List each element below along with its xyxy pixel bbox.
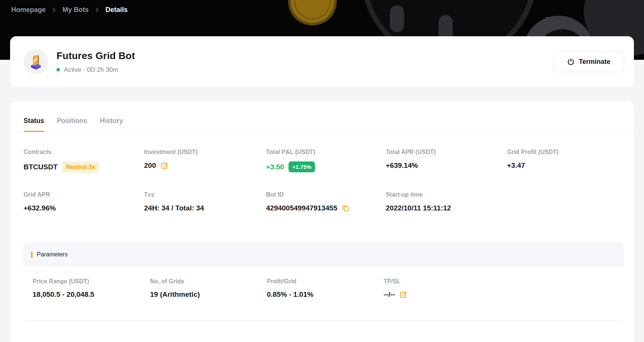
profit-grid-value: 0.85% - 1.01%: [267, 290, 314, 299]
stat-grid-profit: Grid Profit (USDT) +3.47: [507, 149, 620, 173]
bot-header-card: Futures Grid Bot Active - 0D 2h 30m Term…: [10, 36, 634, 87]
edit-icon: [161, 161, 169, 170]
parameters-body: Price Range (USDT) 18,050.5 - 20,048.5 N…: [23, 267, 624, 320]
param-no-of-grids: No. of Grids 19 (Arithmetic): [150, 278, 267, 299]
edit-investment-button[interactable]: [161, 161, 169, 170]
stat-grid-apr: Grid APR +632.96%: [24, 191, 144, 212]
stat-bot-id: Bot ID 429400549947913455: [266, 191, 386, 212]
edit-icon: [399, 290, 408, 299]
stat-label: Grid APR: [24, 191, 144, 198]
breadcrumb-homepage[interactable]: Homepage: [11, 6, 46, 14]
bot-details-card: Status Positions History Contracts BTCUS…: [10, 101, 634, 342]
param-price-range: Price Range (USDT) 18,050.5 - 20,048.5: [33, 278, 150, 299]
stat-label: Grid Profit (USDT): [507, 149, 620, 155]
terminate-label: Terminate: [579, 58, 611, 66]
stat-investment: Investment (USDT) 200: [144, 149, 266, 173]
param-tp-sl: TP/SL --/--: [384, 278, 624, 299]
page: Homepage My Bots Details Futu: [0, 0, 644, 342]
param-label: No. of Grids: [150, 278, 267, 285]
total-pnl-value: +3.50: [266, 163, 284, 171]
breadcrumb-details: Details: [106, 6, 128, 14]
grid-apr-value: +632.96%: [24, 204, 56, 212]
edit-tp-sl-button[interactable]: [399, 290, 408, 299]
accent-bar: [31, 252, 33, 258]
param-label: Profit/Grid: [267, 278, 384, 285]
status-stats: Contracts BTCUSDT Neutral 3x Investment …: [10, 132, 634, 212]
stat-label: Bot ID: [266, 191, 386, 198]
stats-row-2: Grid APR +632.96% Txs 24H: 34 / Total: 3…: [24, 191, 620, 212]
bot-id-value: 429400549947913455: [266, 204, 337, 212]
leverage-badge: Neutral 3x: [62, 161, 99, 173]
stat-label: Investment (USDT): [144, 149, 266, 155]
tab-history[interactable]: History: [100, 117, 123, 132]
robot-eye-left: [390, 5, 404, 32]
txs-value: 24H: 34 / Total: 34: [144, 204, 204, 212]
grid-profit-value: +3.47: [507, 161, 525, 170]
breadcrumb-my-bots[interactable]: My Bots: [62, 6, 89, 14]
bot-avatar: [24, 49, 48, 74]
stats-row-1: Contracts BTCUSDT Neutral 3x Investment …: [24, 149, 620, 173]
stat-total-pnl: Total P&L (USDT) +3.50 +1.75%: [266, 149, 386, 173]
chevron-right-icon: [95, 7, 100, 12]
price-range-value: 18,050.5 - 20,048.5: [33, 290, 94, 299]
breadcrumb: Homepage My Bots Details: [11, 6, 128, 14]
status-text: Active - 0D 2h 30m: [64, 66, 118, 74]
param-label: TP/SL: [384, 278, 624, 285]
no-of-grids-value: 19 (Arithmetic): [150, 290, 200, 299]
stat-label: Total P&L (USDT): [266, 149, 386, 155]
param-label: Price Range (USDT): [33, 278, 150, 285]
stat-label: Txs: [144, 191, 266, 198]
tab-status[interactable]: Status: [24, 117, 44, 132]
parameters-title: Parameters: [37, 251, 68, 258]
total-apr-value: +639.14%: [386, 161, 418, 170]
pnl-percent-badge: +1.75%: [289, 161, 315, 172]
grid-bot-icon: [28, 53, 44, 70]
status-dot: [57, 68, 60, 71]
parameters-panel: Parameters Price Range (USDT) 18,050.5 -…: [23, 242, 624, 321]
contracts-value: BTCUSDT: [24, 163, 58, 171]
tab-bar: Status Positions History: [10, 101, 634, 132]
terminate-button[interactable]: Terminate: [553, 51, 624, 72]
stat-startup-time: Start-up time 2022/10/11 15:11:12: [386, 191, 620, 212]
stat-label: Start-up time: [386, 191, 620, 198]
parameters-header: Parameters: [23, 242, 624, 267]
tp-sl-value: --/--: [384, 290, 395, 299]
copy-bot-id-button[interactable]: [342, 204, 350, 212]
investment-value: 200: [144, 161, 156, 170]
stat-total-apr: Total APR (USDT) +639.14%: [386, 149, 507, 173]
copy-icon: [342, 204, 350, 212]
stat-contracts: Contracts BTCUSDT Neutral 3x: [24, 149, 144, 173]
stat-txs: Txs 24H: 34 / Total: 34: [144, 191, 266, 212]
stat-label: Total APR (USDT): [386, 149, 507, 155]
tab-positions[interactable]: Positions: [57, 117, 87, 132]
coin-illustration: [283, 0, 342, 31]
param-profit-grid: Profit/Grid 0.85% - 1.01%: [267, 278, 384, 299]
chevron-right-icon: [52, 7, 57, 12]
page-title: Futures Grid Bot: [57, 50, 135, 62]
startup-time-value: 2022/10/11 15:11:12: [386, 204, 451, 212]
stat-label: Contracts: [24, 149, 144, 155]
power-icon: [567, 58, 575, 66]
